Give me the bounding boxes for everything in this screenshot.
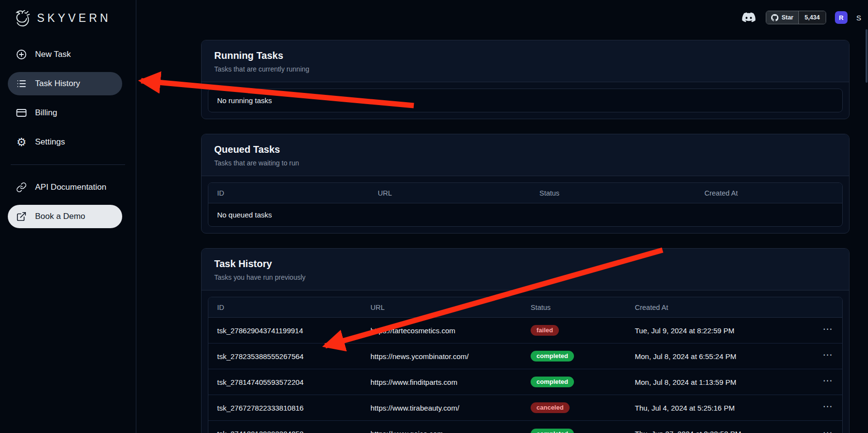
plus-circle-icon bbox=[16, 49, 27, 60]
task-id: tsk_278235388555267564 bbox=[217, 352, 370, 361]
task-created-at: Tue, Jul 9, 2024 at 8:22:59 PM bbox=[635, 326, 806, 335]
github-star-left[interactable]: Star bbox=[766, 11, 798, 24]
task-row[interactable]: tsk_278147405593572204 https://www.findi… bbox=[208, 369, 842, 395]
card-title: Task History bbox=[214, 258, 836, 270]
sidebar-item-label: API Documentation bbox=[35, 182, 106, 192]
external-link-icon bbox=[16, 211, 27, 222]
status-badge: completed bbox=[531, 429, 574, 433]
column-id: ID bbox=[217, 189, 378, 197]
task-id: tsk_278147405593572204 bbox=[217, 378, 370, 386]
running-tasks-empty: No running tasks bbox=[208, 89, 842, 112]
sidebar-item-task-history[interactable]: Task History bbox=[8, 72, 122, 95]
row-actions-button[interactable]: ⋯ bbox=[806, 350, 833, 362]
sidebar-item-new-task[interactable]: New Task bbox=[8, 43, 122, 66]
column-id: ID bbox=[217, 304, 370, 311]
status-badge: completed bbox=[531, 351, 574, 361]
task-row[interactable]: tsk_278235388555267564 https://news.ycom… bbox=[208, 343, 842, 369]
running-tasks-table: No running tasks bbox=[208, 89, 843, 112]
column-created-at: Created At bbox=[635, 304, 806, 311]
queued-tasks-table: ID URL Status Created At No queued tasks bbox=[208, 182, 843, 227]
gear-icon: ⚙ bbox=[16, 136, 27, 148]
skyvern-logo[interactable]: SKYVERN bbox=[8, 5, 128, 36]
card-subtitle: Tasks that are currently running bbox=[214, 65, 836, 73]
card-title: Running Tasks bbox=[214, 50, 836, 61]
task-id: tsk_274180139292204058 bbox=[217, 430, 370, 433]
history-table-header: ID URL Status Created At bbox=[208, 297, 842, 318]
topbar: Star 5,434 R S bbox=[136, 0, 868, 35]
card-subtitle: Tasks that are waiting to run bbox=[214, 159, 836, 167]
sidebar-item-label: New Task bbox=[35, 50, 71, 59]
column-url: URL bbox=[370, 304, 531, 311]
row-actions-button[interactable]: ⋯ bbox=[806, 324, 833, 337]
sidebar-nav: New Task Task History Billing bbox=[8, 43, 128, 154]
task-url: https://www.finditparts.com bbox=[370, 378, 531, 386]
status-badge: failed bbox=[531, 325, 559, 336]
running-tasks-header: Running Tasks Tasks that are currently r… bbox=[202, 40, 849, 82]
sidebar-divider bbox=[11, 164, 125, 165]
queued-table-header: ID URL Status Created At bbox=[208, 183, 842, 203]
book-a-demo-button[interactable]: Book a Demo bbox=[8, 205, 122, 228]
task-history-card: Task History Tasks you have run previous… bbox=[201, 248, 850, 433]
sidebar-item-label: Settings bbox=[35, 137, 65, 147]
cards-column: Running Tasks Tasks that are currently r… bbox=[201, 40, 850, 433]
task-history-table: ID URL Status Created At tsk_27862904374… bbox=[208, 297, 843, 433]
column-status: Status bbox=[531, 304, 635, 311]
github-star-label: Star bbox=[781, 14, 793, 21]
github-icon bbox=[771, 14, 778, 21]
scrollbar-thumb[interactable] bbox=[866, 29, 868, 83]
avatar-initial: R bbox=[839, 14, 843, 21]
card-subtitle: Tasks you have run previously bbox=[214, 273, 836, 281]
card-title: Queued Tasks bbox=[214, 144, 836, 155]
task-created-at: Thu, Jul 4, 2024 at 5:25:16 PM bbox=[635, 404, 806, 412]
task-created-at: Mon, Jul 8, 2024 at 1:13:59 PM bbox=[635, 378, 806, 386]
user-name-partial: S bbox=[856, 14, 861, 22]
task-url: https://tartecosmetics.com bbox=[370, 326, 531, 335]
sidebar-item-billing[interactable]: Billing bbox=[8, 101, 122, 125]
sidebar-item-label: Task History bbox=[35, 79, 80, 89]
task-url: https://www.tirabeauty.com/ bbox=[370, 404, 531, 412]
avatar[interactable]: R bbox=[835, 11, 848, 24]
main-content: Star 5,434 R S Running Tasks Tasks that … bbox=[136, 0, 868, 433]
task-url: https://www.geico.com bbox=[370, 430, 531, 433]
column-status: Status bbox=[539, 189, 704, 197]
row-actions-button[interactable]: ⋯ bbox=[806, 428, 833, 433]
sidebar-item-settings[interactable]: ⚙ Settings bbox=[8, 130, 122, 154]
task-created-at: Mon, Jul 8, 2024 at 6:55:24 PM bbox=[635, 352, 806, 361]
task-history-header: Task History Tasks you have run previous… bbox=[202, 249, 849, 290]
credit-card-icon bbox=[16, 107, 27, 119]
column-url: URL bbox=[378, 189, 539, 197]
task-created-at: Thu, Jun 27, 2024 at 8:38:58 PM bbox=[635, 430, 806, 433]
list-icon bbox=[16, 78, 27, 90]
queued-tasks-card: Queued Tasks Tasks that are waiting to r… bbox=[201, 134, 850, 234]
github-star-button[interactable]: Star 5,434 bbox=[766, 11, 826, 24]
task-row[interactable]: tsk_276727822333810816 https://www.tirab… bbox=[208, 395, 842, 421]
column-created-at: Created At bbox=[704, 189, 833, 197]
task-url: https://news.ycombinator.com/ bbox=[370, 352, 531, 361]
running-tasks-card: Running Tasks Tasks that are currently r… bbox=[201, 40, 850, 119]
sidebar-item-api-documentation[interactable]: API Documentation bbox=[8, 176, 122, 199]
sidebar-secondary-nav: API Documentation Book a Demo bbox=[8, 176, 128, 228]
row-actions-button[interactable]: ⋯ bbox=[806, 376, 833, 388]
queued-tasks-header: Queued Tasks Tasks that are waiting to r… bbox=[202, 134, 849, 176]
link-icon bbox=[16, 181, 27, 193]
task-id: tsk_278629043741199914 bbox=[217, 326, 370, 335]
sidebar-item-label: Book a Demo bbox=[35, 212, 85, 221]
task-row[interactable]: tsk_278629043741199914 https://tartecosm… bbox=[208, 318, 842, 343]
row-actions-button[interactable]: ⋯ bbox=[806, 401, 833, 414]
skyvern-logo-icon bbox=[11, 7, 33, 29]
sidebar-item-label: Billing bbox=[35, 108, 57, 118]
task-row[interactable]: tsk_274180139292204058 https://www.geico… bbox=[208, 421, 842, 433]
brand-name: SKYVERN bbox=[37, 12, 111, 25]
discord-icon[interactable] bbox=[741, 12, 757, 23]
status-badge: canceled bbox=[531, 402, 570, 413]
status-badge: completed bbox=[531, 377, 574, 387]
github-star-count[interactable]: 5,434 bbox=[798, 11, 826, 24]
queued-tasks-empty: No queued tasks bbox=[208, 203, 842, 226]
sidebar: SKYVERN New Task Task History bbox=[0, 0, 136, 433]
task-id: tsk_276727822333810816 bbox=[217, 404, 370, 412]
